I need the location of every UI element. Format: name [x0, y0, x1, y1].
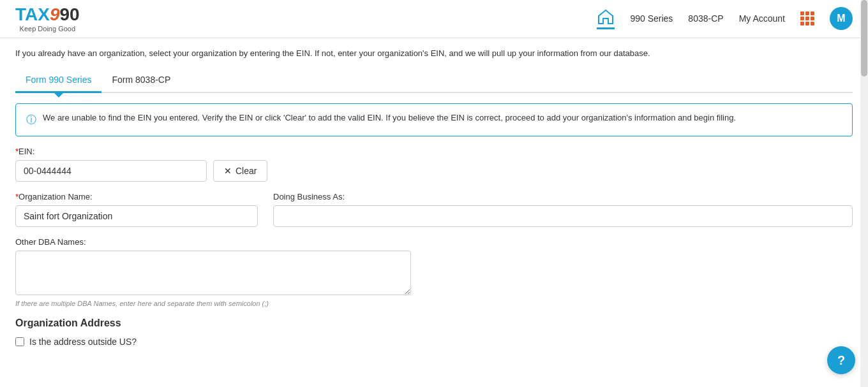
- header: TAX990 Keep Doing Good 990 Series 8038-C…: [0, 0, 868, 38]
- outside-us-row: Is the address outside US?: [15, 337, 853, 347]
- tabs: Form 990 Series Form 8038-CP: [15, 68, 853, 93]
- dba-label: Doing Business As:: [273, 192, 853, 201]
- logo-subtitle: Keep Doing Good: [15, 25, 80, 33]
- logo-ninety: 90: [60, 4, 80, 24]
- other-dba-textarea[interactable]: [15, 251, 411, 295]
- intro-text: If you already have an organization, sel…: [15, 48, 853, 58]
- main-content: If you already have an organization, sel…: [0, 38, 868, 357]
- tab-form-8038cp[interactable]: Form 8038-CP: [101, 68, 181, 92]
- logo-tax: TAX: [15, 4, 50, 24]
- dba-field-group: Doing Business As:: [273, 192, 853, 227]
- scrollbar-thumb[interactable]: [861, 0, 867, 77]
- ein-field-group: *EIN: ✕ Clear: [15, 147, 853, 182]
- outside-us-label: Is the address outside US?: [29, 337, 137, 347]
- scrollbar-track[interactable]: [860, 0, 868, 357]
- dba-input[interactable]: [273, 205, 853, 227]
- apps-grid-icon[interactable]: [800, 11, 814, 26]
- close-icon: ✕: [224, 166, 232, 176]
- org-address-title: Organization Address: [15, 318, 853, 329]
- clear-button[interactable]: ✕ Clear: [213, 160, 267, 182]
- ein-input[interactable]: [15, 160, 207, 182]
- other-dba-field-group: Other DBA Names: If there are multiple D…: [15, 237, 853, 307]
- header-nav: 990 Series 8038-CP My Account M: [597, 7, 853, 30]
- ein-label: *EIN:: [15, 147, 853, 156]
- logo: TAX990 Keep Doing Good: [15, 5, 80, 33]
- logo-text: TAX990: [15, 5, 80, 25]
- nav-my-account[interactable]: My Account: [739, 13, 785, 24]
- info-message: We are unable to find the EIN you entere…: [43, 113, 736, 122]
- org-name-field-group: *Organization Name:: [15, 192, 258, 227]
- nav-990-series[interactable]: 990 Series: [630, 13, 673, 24]
- other-dba-label: Other DBA Names:: [15, 237, 853, 247]
- user-avatar[interactable]: M: [830, 7, 853, 30]
- org-name-label: *Organization Name:: [15, 192, 258, 201]
- outside-us-checkbox[interactable]: [15, 337, 24, 346]
- info-icon: ⓘ: [26, 113, 36, 127]
- org-name-dba-row: *Organization Name: Doing Business As:: [15, 192, 853, 227]
- logo-nine: 9: [50, 4, 60, 24]
- org-name-input[interactable]: [15, 205, 258, 227]
- other-dba-hint: If there are multiple DBA Names, enter h…: [15, 300, 853, 307]
- ein-input-row: ✕ Clear: [15, 160, 853, 182]
- info-box: ⓘ We are unable to find the EIN you ente…: [15, 103, 853, 136]
- nav-8038cp[interactable]: 8038-CP: [688, 13, 723, 24]
- home-nav-button[interactable]: [597, 8, 615, 29]
- tab-form-990-series[interactable]: Form 990 Series: [15, 68, 101, 93]
